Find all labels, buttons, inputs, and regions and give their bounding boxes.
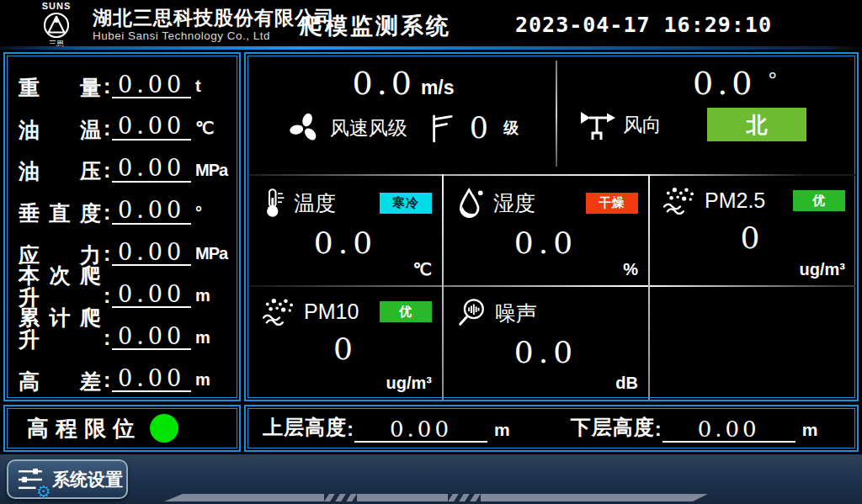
fan-icon (288, 111, 322, 145)
row-label: 垂直度 (19, 202, 101, 224)
wind-direction-reading: 0.0° (559, 67, 852, 99)
row-value: 0.00 (112, 199, 191, 224)
row-unit: MPa (195, 161, 231, 183)
env-cell-value: 0 (650, 223, 855, 253)
row-value: 0.00 (112, 325, 191, 350)
wind-speed-unit: m/s (421, 77, 455, 98)
row-label: 本次爬升 (19, 264, 101, 309)
elevation-limit-box: 高程限位 (3, 405, 241, 452)
sansi-logo-icon (41, 11, 72, 40)
row-colon: : (104, 74, 110, 98)
row-unit: ° (195, 203, 231, 225)
wind-speed-label: 风速风级 (330, 115, 407, 141)
env-cell-pm25: PM2.5 优 0 ug/m³ (650, 176, 855, 284)
datetime-display: 2023-04-17 16:29:10 (515, 13, 772, 37)
upper-level-label: 上层高度 (263, 414, 347, 443)
row-colon: : (104, 326, 110, 350)
wind-direction-unit: ° (769, 67, 777, 93)
env-cell-label: PM10 (304, 300, 359, 324)
env-cell-unit: ug/m³ (386, 374, 432, 393)
elevation-limit-label: 高程限位 (27, 414, 141, 443)
lower-level-field: 下层高度: 0.00 m (571, 414, 818, 443)
wind-speed-value: 0.0 (352, 65, 415, 102)
status-badge-temperature: 寒冷 (380, 193, 432, 214)
env-cell-pm10: PM10 优 0 ug/m³ (249, 287, 442, 397)
env-cell-label: 噪声 (495, 300, 537, 327)
row-label: 油压 (19, 160, 101, 182)
levels-box: 上层高度: 0.00 m 下层高度: 0.00 m (244, 405, 859, 452)
wind-level-unit: 级 (503, 118, 519, 138)
row-colon: : (104, 368, 110, 392)
row-unit: ℃ (195, 118, 231, 141)
measurement-rows: 重量: 0.00 t 油温: 0.00 ℃ 油压: 0.00 MPa 垂直度: … (12, 59, 232, 395)
footer-decorative-stripe (164, 494, 708, 501)
status-badge-humidity: 干燥 (586, 193, 638, 214)
env-cell-value: 0.0 (444, 337, 648, 368)
status-badge-pm10: 优 (380, 301, 432, 322)
wind-vane-icon (579, 108, 616, 141)
system-settings-label: 系统设置 (52, 468, 123, 491)
wind-direction-badge: 北 (707, 108, 806, 141)
env-cell-unit: dB (615, 374, 638, 393)
row-label: 高差 (19, 370, 101, 392)
env-cell-label: 温度 (294, 189, 336, 217)
measurement-row-oil-pressure: 油压: 0.00 MPa (12, 144, 232, 184)
row-colon: : (104, 284, 110, 308)
wind-direction-value: 0.0 (693, 65, 756, 102)
env-cell-label: PM2.5 (705, 188, 765, 213)
row-unit: m (195, 370, 231, 392)
env-cell-value: 0.0 (249, 228, 442, 258)
row-label: 重量 (19, 77, 101, 98)
env-cell-value: 0 (249, 334, 442, 364)
row-value: 0.00 (112, 367, 191, 392)
header-divider (0, 46, 862, 50)
upper-level-value: 0.00 (354, 418, 487, 443)
env-cell-unit: ug/m³ (800, 260, 845, 279)
row-colon: : (104, 116, 110, 141)
measurement-row-current-climb: 本次爬升: 0.00 m (12, 269, 232, 310)
row-value: 0.00 (112, 241, 191, 266)
wind-level-value: 0 (470, 114, 488, 143)
wind-level-row: 风速风级 0 级 (253, 111, 554, 145)
row-unit: MPa (195, 244, 231, 266)
wind-speed-reading: 0.0m/s (253, 67, 554, 99)
row-unit: m (195, 286, 231, 308)
company-logo: SUNS 三思 (24, 2, 89, 49)
company-name: 湖北三思科技股份有限公司 Hubei Sansi Technology Co.,… (93, 7, 335, 43)
environment-panel: 0.0m/s 风速风级 (244, 52, 859, 401)
measurement-row-oil-temp: 油温: 0.00 ℃ (12, 102, 232, 142)
measurement-row-height-diff: 高差: 0.00 m (12, 353, 232, 394)
row-unit: t (195, 77, 231, 98)
dust-particles-icon (261, 297, 296, 326)
upper-level-unit: m (494, 420, 510, 443)
row-colon: : (104, 158, 110, 183)
measurement-row-stress: 应力: 0.00 MPa (12, 227, 232, 268)
header: SUNS 三思 湖北三思科技股份有限公司 Hubei Sansi Technol… (0, 0, 862, 46)
row-colon: : (104, 200, 110, 225)
monitoring-screen: SUNS 三思 湖北三思科技股份有限公司 Hubei Sansi Technol… (0, 0, 862, 504)
system-settings-button[interactable]: ⚙ 系统设置 (7, 459, 128, 499)
env-cell-empty (650, 287, 855, 397)
env-cell-temperature: 温度 寒冷 0.0 ℃ (249, 176, 442, 284)
env-cell-label: 湿度 (493, 189, 535, 217)
env-cell-unit: % (623, 260, 638, 279)
thermometer-icon (261, 186, 286, 220)
dust-particles-icon (662, 186, 697, 215)
row-value: 0.00 (112, 283, 191, 308)
row-value: 0.00 (112, 73, 191, 98)
measurement-row-verticality: 垂直度: 0.00 ° (12, 186, 232, 226)
env-cell-value: 0.0 (444, 228, 648, 258)
lower-level-unit: m (802, 420, 818, 443)
env-cell-humidity: 湿度 干燥 0.0 % (444, 176, 648, 284)
wind-direction-row: 风向 北 (559, 108, 852, 141)
logo-suns-text: SUNS (24, 2, 89, 11)
footer-bar: ⚙ 系统设置 (0, 454, 862, 504)
page-title: 爬模监测系统 (300, 11, 451, 41)
status-badge-pm25: 优 (793, 190, 845, 211)
noise-meter-icon (455, 297, 487, 329)
wind-barb-icon (429, 112, 455, 144)
row-colon: : (104, 241, 110, 266)
row-label: 累计爬升 (19, 306, 101, 351)
env-cell-noise: 噪声 0.0 dB (444, 287, 648, 397)
wind-speed-section: 0.0m/s 风速风级 (253, 61, 554, 172)
